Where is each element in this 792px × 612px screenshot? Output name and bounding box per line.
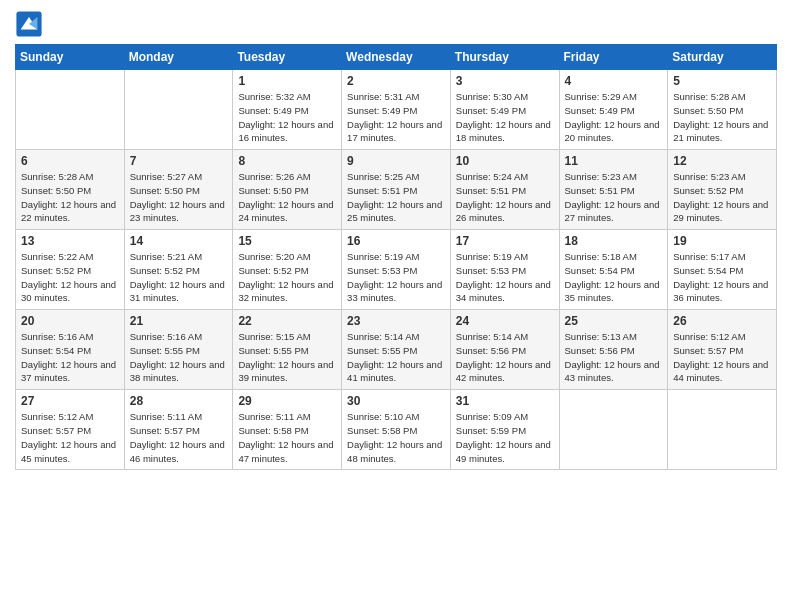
day-info: Sunrise: 5:12 AMSunset: 5:57 PMDaylight:…: [21, 410, 119, 465]
header-thursday: Thursday: [450, 45, 559, 70]
calendar-cell: 4Sunrise: 5:29 AMSunset: 5:49 PMDaylight…: [559, 70, 668, 150]
day-number: 1: [238, 74, 336, 88]
day-number: 6: [21, 154, 119, 168]
day-number: 15: [238, 234, 336, 248]
header-saturday: Saturday: [668, 45, 777, 70]
day-number: 18: [565, 234, 663, 248]
day-info: Sunrise: 5:31 AMSunset: 5:49 PMDaylight:…: [347, 90, 445, 145]
day-number: 30: [347, 394, 445, 408]
calendar-cell: [16, 70, 125, 150]
day-number: 11: [565, 154, 663, 168]
day-info: Sunrise: 5:09 AMSunset: 5:59 PMDaylight:…: [456, 410, 554, 465]
day-number: 2: [347, 74, 445, 88]
day-info: Sunrise: 5:24 AMSunset: 5:51 PMDaylight:…: [456, 170, 554, 225]
day-info: Sunrise: 5:15 AMSunset: 5:55 PMDaylight:…: [238, 330, 336, 385]
calendar-cell: 12Sunrise: 5:23 AMSunset: 5:52 PMDayligh…: [668, 150, 777, 230]
day-number: 3: [456, 74, 554, 88]
day-info: Sunrise: 5:21 AMSunset: 5:52 PMDaylight:…: [130, 250, 228, 305]
day-info: Sunrise: 5:22 AMSunset: 5:52 PMDaylight:…: [21, 250, 119, 305]
day-number: 14: [130, 234, 228, 248]
header-monday: Monday: [124, 45, 233, 70]
day-number: 23: [347, 314, 445, 328]
header-tuesday: Tuesday: [233, 45, 342, 70]
day-info: Sunrise: 5:13 AMSunset: 5:56 PMDaylight:…: [565, 330, 663, 385]
day-info: Sunrise: 5:29 AMSunset: 5:49 PMDaylight:…: [565, 90, 663, 145]
day-number: 24: [456, 314, 554, 328]
day-info: Sunrise: 5:23 AMSunset: 5:51 PMDaylight:…: [565, 170, 663, 225]
calendar-cell: 29Sunrise: 5:11 AMSunset: 5:58 PMDayligh…: [233, 390, 342, 470]
calendar-cell: 7Sunrise: 5:27 AMSunset: 5:50 PMDaylight…: [124, 150, 233, 230]
header-wednesday: Wednesday: [342, 45, 451, 70]
week-row-3: 13Sunrise: 5:22 AMSunset: 5:52 PMDayligh…: [16, 230, 777, 310]
calendar-cell: 23Sunrise: 5:14 AMSunset: 5:55 PMDayligh…: [342, 310, 451, 390]
day-number: 8: [238, 154, 336, 168]
day-info: Sunrise: 5:27 AMSunset: 5:50 PMDaylight:…: [130, 170, 228, 225]
day-info: Sunrise: 5:32 AMSunset: 5:49 PMDaylight:…: [238, 90, 336, 145]
calendar-cell: 8Sunrise: 5:26 AMSunset: 5:50 PMDaylight…: [233, 150, 342, 230]
calendar-cell: 15Sunrise: 5:20 AMSunset: 5:52 PMDayligh…: [233, 230, 342, 310]
calendar-cell: [124, 70, 233, 150]
day-number: 5: [673, 74, 771, 88]
day-number: 22: [238, 314, 336, 328]
calendar-cell: 14Sunrise: 5:21 AMSunset: 5:52 PMDayligh…: [124, 230, 233, 310]
calendar-cell: 9Sunrise: 5:25 AMSunset: 5:51 PMDaylight…: [342, 150, 451, 230]
day-number: 20: [21, 314, 119, 328]
calendar-cell: 28Sunrise: 5:11 AMSunset: 5:57 PMDayligh…: [124, 390, 233, 470]
day-info: Sunrise: 5:16 AMSunset: 5:55 PMDaylight:…: [130, 330, 228, 385]
day-info: Sunrise: 5:26 AMSunset: 5:50 PMDaylight:…: [238, 170, 336, 225]
day-info: Sunrise: 5:28 AMSunset: 5:50 PMDaylight:…: [21, 170, 119, 225]
header-sunday: Sunday: [16, 45, 125, 70]
day-number: 27: [21, 394, 119, 408]
day-info: Sunrise: 5:25 AMSunset: 5:51 PMDaylight:…: [347, 170, 445, 225]
week-row-5: 27Sunrise: 5:12 AMSunset: 5:57 PMDayligh…: [16, 390, 777, 470]
calendar-cell: 3Sunrise: 5:30 AMSunset: 5:49 PMDaylight…: [450, 70, 559, 150]
calendar-body: 1Sunrise: 5:32 AMSunset: 5:49 PMDaylight…: [16, 70, 777, 470]
day-number: 10: [456, 154, 554, 168]
calendar-table: SundayMondayTuesdayWednesdayThursdayFrid…: [15, 44, 777, 470]
day-info: Sunrise: 5:14 AMSunset: 5:55 PMDaylight:…: [347, 330, 445, 385]
day-info: Sunrise: 5:17 AMSunset: 5:54 PMDaylight:…: [673, 250, 771, 305]
day-number: 7: [130, 154, 228, 168]
page-header: [15, 10, 777, 38]
calendar-cell: [559, 390, 668, 470]
week-row-4: 20Sunrise: 5:16 AMSunset: 5:54 PMDayligh…: [16, 310, 777, 390]
calendar-cell: 25Sunrise: 5:13 AMSunset: 5:56 PMDayligh…: [559, 310, 668, 390]
calendar-cell: 30Sunrise: 5:10 AMSunset: 5:58 PMDayligh…: [342, 390, 451, 470]
day-info: Sunrise: 5:10 AMSunset: 5:58 PMDaylight:…: [347, 410, 445, 465]
day-number: 21: [130, 314, 228, 328]
week-row-2: 6Sunrise: 5:28 AMSunset: 5:50 PMDaylight…: [16, 150, 777, 230]
day-info: Sunrise: 5:19 AMSunset: 5:53 PMDaylight:…: [347, 250, 445, 305]
calendar-cell: 17Sunrise: 5:19 AMSunset: 5:53 PMDayligh…: [450, 230, 559, 310]
calendar-header: SundayMondayTuesdayWednesdayThursdayFrid…: [16, 45, 777, 70]
calendar-cell: 24Sunrise: 5:14 AMSunset: 5:56 PMDayligh…: [450, 310, 559, 390]
day-info: Sunrise: 5:28 AMSunset: 5:50 PMDaylight:…: [673, 90, 771, 145]
day-number: 9: [347, 154, 445, 168]
day-info: Sunrise: 5:18 AMSunset: 5:54 PMDaylight:…: [565, 250, 663, 305]
day-number: 31: [456, 394, 554, 408]
day-info: Sunrise: 5:14 AMSunset: 5:56 PMDaylight:…: [456, 330, 554, 385]
calendar-cell: 13Sunrise: 5:22 AMSunset: 5:52 PMDayligh…: [16, 230, 125, 310]
calendar-cell: 21Sunrise: 5:16 AMSunset: 5:55 PMDayligh…: [124, 310, 233, 390]
header-friday: Friday: [559, 45, 668, 70]
day-info: Sunrise: 5:23 AMSunset: 5:52 PMDaylight:…: [673, 170, 771, 225]
day-number: 17: [456, 234, 554, 248]
calendar-cell: 27Sunrise: 5:12 AMSunset: 5:57 PMDayligh…: [16, 390, 125, 470]
day-number: 29: [238, 394, 336, 408]
calendar-cell: 10Sunrise: 5:24 AMSunset: 5:51 PMDayligh…: [450, 150, 559, 230]
calendar-cell: 22Sunrise: 5:15 AMSunset: 5:55 PMDayligh…: [233, 310, 342, 390]
day-info: Sunrise: 5:11 AMSunset: 5:57 PMDaylight:…: [130, 410, 228, 465]
calendar-cell: 6Sunrise: 5:28 AMSunset: 5:50 PMDaylight…: [16, 150, 125, 230]
day-number: 25: [565, 314, 663, 328]
day-number: 12: [673, 154, 771, 168]
calendar-cell: 11Sunrise: 5:23 AMSunset: 5:51 PMDayligh…: [559, 150, 668, 230]
day-info: Sunrise: 5:19 AMSunset: 5:53 PMDaylight:…: [456, 250, 554, 305]
day-number: 28: [130, 394, 228, 408]
day-info: Sunrise: 5:11 AMSunset: 5:58 PMDaylight:…: [238, 410, 336, 465]
calendar-cell: 16Sunrise: 5:19 AMSunset: 5:53 PMDayligh…: [342, 230, 451, 310]
week-row-1: 1Sunrise: 5:32 AMSunset: 5:49 PMDaylight…: [16, 70, 777, 150]
header-row: SundayMondayTuesdayWednesdayThursdayFrid…: [16, 45, 777, 70]
day-number: 16: [347, 234, 445, 248]
calendar-cell: 20Sunrise: 5:16 AMSunset: 5:54 PMDayligh…: [16, 310, 125, 390]
logo: [15, 10, 47, 38]
calendar-cell: 18Sunrise: 5:18 AMSunset: 5:54 PMDayligh…: [559, 230, 668, 310]
